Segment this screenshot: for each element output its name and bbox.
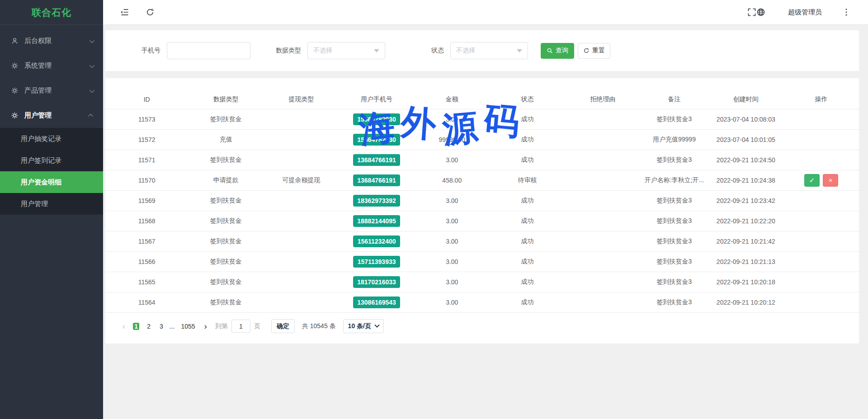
cell-reject_reason	[565, 272, 641, 292]
column-header: 创建时间	[708, 90, 784, 109]
cell-actions	[783, 251, 859, 272]
admin-name[interactable]: 超级管理员	[788, 8, 822, 17]
cell-remark: 签到扶贫金3	[640, 272, 708, 292]
cell-status: 成功	[490, 150, 565, 170]
cell-phone: 13684766191	[339, 170, 415, 190]
cell-id: 11568	[105, 211, 188, 231]
status-select[interactable]: 不选择	[450, 42, 528, 59]
topbar-right: 超级管理员	[747, 8, 850, 17]
phone-badge: 15564782930	[353, 113, 400, 125]
data-table-card: ID数据类型提现类型用户手机号金额状态拒绝理由备注创建时间操作 11573签到扶…	[105, 78, 859, 344]
table-row: 11571签到扶贫金136847661913.00成功签到扶贫金32022-09…	[105, 150, 859, 170]
cell-created: 2022-09-21 10:24:38	[708, 170, 784, 190]
cell-status: 成功	[490, 251, 565, 272]
select-caret-icon	[374, 322, 379, 327]
table-row: 11565签到扶贫金181702160333.00成功签到扶贫金32022-09…	[105, 272, 859, 292]
cell-actions	[783, 231, 859, 251]
cell-amount: 3.00	[414, 272, 490, 292]
cell-amount: 3.00	[414, 251, 490, 272]
page-number[interactable]: 2	[146, 323, 152, 330]
sidebar-item-label: 产品管理	[24, 86, 52, 95]
cell-amount: 3.00	[414, 109, 490, 129]
cell-phone: 15611232400	[339, 231, 415, 251]
cell-remark: 签到扶贫金3	[640, 150, 708, 170]
phone-badge: 13684766191	[353, 154, 400, 166]
data-type-select[interactable]: 不选择	[307, 42, 385, 59]
cell-withdraw_type	[264, 150, 339, 170]
reject-button[interactable]: ×	[823, 174, 838, 187]
cell-id: 11572	[105, 129, 188, 150]
page-number[interactable]: 1055	[179, 323, 196, 330]
table-row: 11568签到扶贫金188821440953.00成功签到扶贫金32022-09…	[105, 211, 859, 231]
cell-amount: 3.00	[414, 211, 490, 231]
approve-button[interactable]: ✓	[804, 174, 820, 187]
column-header: 数据类型	[188, 90, 264, 109]
sidebar-subitem-signin-records[interactable]: 用户签到记录	[0, 150, 103, 171]
chevron-down-icon	[90, 38, 94, 42]
table-row: 11573签到扶贫金155647829303.00成功签到扶贫金32023-07…	[105, 109, 859, 129]
cell-reject_reason	[565, 170, 641, 190]
cell-created: 2023-07-04 10:08:03	[708, 109, 784, 129]
phone-label: 手机号	[142, 47, 160, 55]
cell-reject_reason	[565, 150, 641, 170]
cell-created: 2022-09-21 10:20:18	[708, 272, 784, 292]
more-options-icon[interactable]	[843, 8, 850, 16]
cell-id: 11573	[105, 109, 188, 129]
page-number-active[interactable]: 1	[133, 323, 139, 330]
cell-actions	[783, 129, 859, 150]
phone-input[interactable]	[167, 42, 250, 59]
select-caret-icon	[517, 49, 522, 52]
goto-page-input[interactable]	[231, 320, 250, 333]
cell-data_type: 充值	[188, 129, 264, 150]
cell-actions	[783, 190, 859, 211]
collapse-sidebar-icon[interactable]	[120, 8, 129, 17]
sidebar-subitem-user-management[interactable]: 用户管理	[0, 193, 103, 215]
funds-table: ID数据类型提现类型用户手机号金额状态拒绝理由备注创建时间操作 11573签到扶…	[105, 90, 859, 313]
gear-icon	[11, 62, 19, 70]
cell-phone: 15711393933	[339, 251, 415, 272]
cell-data_type: 签到扶贫金	[188, 190, 264, 211]
column-header: 金额	[414, 90, 490, 109]
table-row: 11564签到扶贫金130861695433.00成功签到扶贫金32022-09…	[105, 292, 859, 312]
cell-phone: 18882144095	[339, 211, 415, 231]
sidebar-item-system-management[interactable]: 系统管理	[0, 53, 103, 78]
page-number[interactable]: 3	[158, 323, 165, 330]
sidebar-item-user-management[interactable]: 用户管理	[0, 103, 103, 128]
cell-phone: 13684766191	[339, 150, 415, 170]
data-type-select-value: 不选择	[313, 47, 332, 55]
cell-withdraw_type	[264, 129, 339, 150]
chevron-up-icon	[88, 113, 93, 118]
reset-button[interactable]: 重置	[578, 43, 610, 59]
cell-created: 2022-09-21 10:21:13	[708, 251, 784, 272]
main-area: 超级管理员 手机号 数据类型 不选择 状态 不选择	[103, 0, 868, 419]
table-header: ID数据类型提现类型用户手机号金额状态拒绝理由备注创建时间操作	[105, 90, 859, 109]
cell-reject_reason	[565, 251, 641, 272]
search-button[interactable]: 查询	[541, 43, 574, 59]
confirm-page-button[interactable]: 确定	[271, 319, 295, 333]
sidebar-subitem-lottery-records[interactable]: 用户抽奖记录	[0, 128, 103, 150]
cell-id: 11564	[105, 292, 188, 312]
sidebar-subitem-user-funds-detail[interactable]: 用户资金明细	[0, 171, 103, 193]
per-page-select[interactable]: 10 条/页	[343, 319, 384, 333]
fullscreen-icon[interactable]	[747, 8, 756, 17]
cell-id: 11565	[105, 272, 188, 292]
prev-page-button[interactable]: ‹	[123, 321, 125, 331]
cell-actions	[783, 150, 859, 170]
cell-remark: 签到扶贫金3	[640, 109, 708, 129]
sidebar-item-product-management[interactable]: 产品管理	[0, 78, 103, 103]
per-page-value: 10 条/页	[348, 322, 371, 330]
next-page-button[interactable]: ›	[204, 321, 207, 331]
cell-reject_reason	[565, 231, 641, 251]
table-body: 11573签到扶贫金155647829303.00成功签到扶贫金32023-07…	[105, 109, 859, 312]
refresh-icon[interactable]	[146, 8, 155, 17]
sidebar-item-label: 后台权限	[24, 37, 52, 45]
phone-badge: 15711393933	[353, 256, 400, 268]
cell-remark: 开户名称:李秋立;开...	[640, 170, 708, 190]
cell-id: 11567	[105, 231, 188, 251]
filter-status-group: 状态 不选择	[431, 42, 528, 59]
globe-icon[interactable]	[756, 8, 765, 17]
gear-icon	[11, 112, 19, 119]
cell-data_type: 签到扶贫金	[188, 211, 264, 231]
sidebar-item-backend-permission[interactable]: 后台权限	[0, 28, 103, 53]
cell-status: 成功	[490, 272, 565, 292]
